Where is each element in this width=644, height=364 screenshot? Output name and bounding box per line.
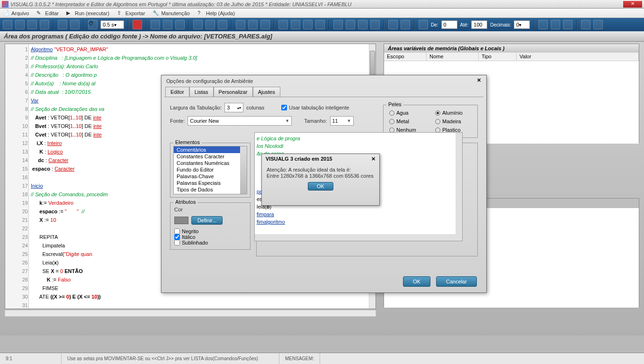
tool-button-13[interactable]	[401, 20, 410, 29]
undo-button[interactable]	[236, 20, 245, 29]
alert-ok-button[interactable]: OK	[308, 182, 333, 191]
status-hint: Use as setas pra MOVIMENTAR-SE ou <<Ctrl…	[62, 353, 279, 364]
redo-button[interactable]	[248, 20, 258, 29]
menu-arquivo[interactable]: 📄Arquivo	[3, 10, 29, 17]
font-combo[interactable]: Courier New▼	[188, 116, 292, 126]
element-item[interactable]: Palavras Especiais	[174, 180, 247, 186]
export-icon: ⇪	[117, 10, 124, 17]
stop-button[interactable]	[133, 20, 142, 29]
hand-button[interactable]	[151, 20, 160, 29]
dialog-ok-button[interactable]: OK	[403, 276, 430, 287]
alert-title: VISUALG 3 criado em 2015	[266, 156, 332, 162]
saveall-button[interactable]	[40, 20, 49, 29]
color-swatch	[174, 217, 188, 224]
italic-checkbox[interactable]: Itálico	[174, 234, 246, 240]
tool-button-17[interactable]	[563, 20, 572, 29]
element-item[interactable]: Tipos de Dados	[174, 186, 247, 193]
skin-radio[interactable]: Madeira	[435, 118, 472, 124]
skin-radio[interactable]: Agua	[389, 110, 426, 116]
dec-field[interactable]: 0 ▾	[514, 20, 530, 29]
status-message-label: MENSAGEM:	[279, 353, 320, 364]
cut-button[interactable]	[193, 20, 203, 29]
menu-run[interactable]: ▶Run (executar)	[66, 10, 109, 17]
skins-legend: Peles	[386, 101, 403, 107]
underline-checkbox[interactable]: Sublinhado	[174, 240, 246, 246]
edit-icon: ✎	[36, 10, 43, 17]
dialog-close-button[interactable]: ✕	[475, 77, 483, 85]
code-scrollbar-h[interactable]	[5, 310, 376, 317]
tab-listas[interactable]: Listas	[189, 87, 214, 97]
tool-button-12[interactable]	[388, 20, 398, 29]
element-item[interactable]: Palavras-Chave	[174, 173, 247, 180]
tool-button-16[interactable]	[551, 20, 560, 29]
tool-button-9[interactable]	[346, 20, 355, 29]
alert-line2: Entre 1280x768 à 1366x768 com 65536 core…	[267, 173, 375, 179]
exit-button[interactable]	[593, 20, 603, 29]
font-label: Fonte:	[170, 118, 185, 124]
ate-field[interactable]: 100	[471, 20, 487, 29]
print-button[interactable]	[58, 20, 67, 29]
tool-button-18[interactable]	[581, 20, 590, 29]
toolbar: ⏱ 0.5 s ▾ De: 0 Até: 100 Decimais: 0 ▾	[0, 18, 644, 31]
tool-button-15[interactable]	[538, 20, 548, 29]
skin-radio[interactable]: Metal	[389, 118, 426, 124]
tool-button-11[interactable]	[370, 20, 380, 29]
element-item[interactable]: Texto em Geral	[174, 193, 247, 194]
tool-button-7[interactable]	[315, 20, 325, 29]
element-item[interactable]: Constantes Caracter	[174, 153, 247, 160]
element-item[interactable]: Comentários	[174, 146, 247, 153]
open-button[interactable]	[15, 20, 25, 29]
element-item[interactable]: Fundo do Editor	[174, 166, 247, 173]
run-icon: ▶	[66, 10, 73, 17]
window-title: VISUALG 3.0.5.2 * Interpretador e Editor…	[10, 1, 623, 7]
alert-line1: Atenção: A resolução ideal da tela é:	[267, 167, 375, 173]
tool-button-14[interactable]	[419, 20, 428, 29]
tool-button-4[interactable]	[278, 20, 288, 29]
tab-editor[interactable]: Editor	[165, 87, 189, 97]
save-button[interactable]	[27, 20, 37, 29]
app-icon	[2, 1, 9, 8]
elements-legend: Elementos	[173, 139, 202, 145]
tool-button-10[interactable]	[358, 20, 367, 29]
tab-personalizar[interactable]: Personalizar	[214, 87, 253, 97]
alert-close-button[interactable]: ✕	[371, 156, 376, 162]
menu-help[interactable]: ?Help (Ajuda)	[197, 10, 235, 17]
tool-button-5[interactable]	[291, 20, 300, 29]
menu-editar[interactable]: ✎Editar	[36, 10, 59, 17]
skin-radio[interactable]: Alumínio	[435, 110, 472, 116]
timer-icon[interactable]: ⏱	[88, 20, 98, 29]
tab-width-unit: colunas	[246, 105, 264, 110]
tool-button-3[interactable]	[260, 20, 270, 29]
menu-manutencao[interactable]: 🔧Manutenção	[152, 10, 190, 17]
speed-field[interactable]: 0.5 s ▾	[100, 20, 124, 29]
preview-scrollbar-h[interactable]	[255, 234, 462, 241]
variables-columns: Escopo Nome Tipo Valor	[384, 53, 639, 61]
refresh-button[interactable]	[70, 20, 80, 29]
size-combo[interactable]: 11▼	[330, 116, 354, 126]
new-button[interactable]	[3, 20, 12, 29]
bold-checkbox[interactable]: Negrito	[174, 228, 246, 234]
copy-button[interactable]	[206, 20, 215, 29]
size-label: Tamanho:	[304, 118, 327, 124]
attributes-legend: Atributos	[173, 199, 197, 205]
definir-button[interactable]: Definir...	[191, 216, 223, 225]
window-close-button[interactable]: ✕	[623, 1, 642, 8]
element-item[interactable]: Constantes Numéricas	[174, 160, 247, 166]
tool-button-2[interactable]	[175, 20, 185, 29]
de-field[interactable]: 0	[441, 20, 457, 29]
paste-button[interactable]	[218, 20, 227, 29]
breadcrumb: Área dos programas ( Edição do código fo…	[0, 31, 644, 42]
tool-button-8[interactable]	[333, 20, 343, 29]
preview-scrollbar-v[interactable]	[456, 133, 462, 234]
smart-tab-checkbox[interactable]: Usar tabulação inteligente	[281, 105, 349, 110]
dec-label: Decimais:	[490, 22, 511, 27]
elements-listbox[interactable]: ComentáriosConstantes CaracterConstantes…	[173, 146, 247, 194]
variables-title: Áreas variáveis de memória (Globais e Lo…	[384, 44, 639, 53]
tab-ajustes[interactable]: Ajustes	[253, 87, 280, 97]
menu-exportar[interactable]: ⇪Exportar	[117, 10, 145, 17]
window-titlebar: VISUALG 3.0.5.2 * Interpretador e Editor…	[0, 0, 644, 9]
tab-width-spinner[interactable]: 3 ▴▾	[224, 103, 243, 112]
dialog-cancel-button[interactable]: Cancelar	[436, 276, 477, 287]
tool-button-1[interactable]	[163, 20, 172, 29]
tool-button-6[interactable]	[303, 20, 313, 29]
